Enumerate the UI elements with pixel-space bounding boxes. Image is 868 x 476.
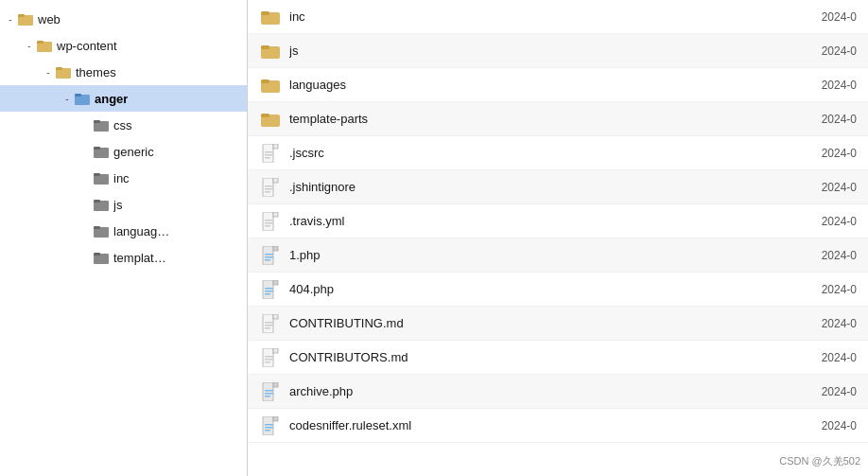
svg-rect-9 [94,120,100,123]
tree-item-inc[interactable]: inc [0,165,247,191]
folder-icon-js [93,196,110,213]
svg-rect-58 [263,314,273,333]
tree-label-anger: anger [95,92,128,106]
svg-rect-42 [273,212,278,217]
tree-label-template-parts: templat… [113,251,166,265]
file-name: js [289,44,810,58]
file-row[interactable]: codesniffer.ruleset.xml2024-0 [248,409,868,443]
svg-rect-19 [94,253,100,256]
tree-toggle-themes[interactable]: - [42,65,55,79]
svg-rect-78 [273,416,278,421]
tree-item-themes[interactable]: - themes [0,59,247,85]
file-name: 404.php [289,282,810,296]
file-icon [259,176,282,199]
folder-icon-anger [74,90,91,107]
php-file-icon [259,244,282,267]
file-icon [259,312,282,335]
folder-icon-web [17,10,34,27]
svg-rect-31 [265,151,273,153]
svg-rect-66 [273,348,278,353]
file-date: 2024-0 [822,147,857,160]
file-row[interactable]: archive.php2024-0 [248,375,868,409]
file-row[interactable]: js2024-0 [248,34,868,68]
svg-rect-60 [273,314,278,319]
svg-rect-49 [265,254,273,256]
file-icon [259,210,282,233]
svg-rect-79 [265,424,273,426]
file-row[interactable]: template-parts2024-0 [248,102,868,136]
svg-rect-76 [263,416,273,435]
svg-rect-28 [263,144,273,163]
file-row[interactable]: .jscsrc2024-0 [248,136,868,170]
file-row[interactable]: 404.php2024-0 [248,273,868,307]
svg-rect-74 [265,393,273,395]
svg-rect-57 [265,293,270,295]
file-name: .travis.yml [289,214,810,228]
tree-toggle-anger[interactable]: - [61,92,74,105]
tree-item-web[interactable]: - web [0,6,247,32]
svg-rect-7 [75,94,81,97]
svg-rect-63 [265,327,270,329]
file-row[interactable]: CONTRIBUTING.md2024-0 [248,307,868,341]
tree-label-generic: generic [113,145,154,159]
svg-rect-75 [265,396,270,397]
file-name: .jscsrc [289,146,810,160]
tree-toggle-web[interactable]: - [4,12,17,26]
folder-icon-css [93,116,110,133]
tree-item-languages[interactable]: languag… [0,218,247,244]
tree-label-js: js [113,198,122,212]
svg-rect-5 [56,67,62,70]
svg-rect-45 [265,225,270,227]
svg-rect-15 [94,200,100,203]
file-name: archive.php [289,384,810,398]
folder-icon [259,40,282,62]
folder-icon-template-parts [93,249,110,266]
file-icon [259,142,282,165]
file-name: languages [289,78,810,92]
php-file-icon [259,414,282,437]
svg-rect-48 [273,246,278,251]
file-name: CONTRIBUTORS.md [289,350,810,364]
file-row[interactable]: .travis.yml2024-0 [248,204,868,238]
tree-panel[interactable]: - web - wp-content - themes [0,0,248,476]
file-date: 2024-0 [822,317,857,330]
svg-rect-54 [273,280,278,285]
file-panel: inc2024-0 js2024-0 languages2024-0 templ… [248,0,868,476]
tree-toggle-template-parts [79,251,93,264]
file-row[interactable]: inc2024-0 [248,0,868,34]
svg-rect-21 [261,11,269,15]
tree-item-anger[interactable]: - anger [0,85,247,112]
tree-item-generic[interactable]: generic [0,138,247,165]
svg-rect-38 [265,188,273,190]
tree-item-css[interactable]: css [0,112,247,138]
svg-rect-70 [263,382,273,401]
file-date: 2024-0 [822,249,857,262]
svg-rect-61 [265,322,273,324]
tree-label-inc: inc [113,171,130,185]
svg-rect-37 [265,185,273,187]
tree-toggle-wp-content[interactable]: - [23,39,36,52]
file-row[interactable]: 1.php2024-0 [248,238,868,273]
folder-icon [259,74,282,97]
file-row[interactable]: languages2024-0 [248,68,868,102]
file-row[interactable]: .jshintignore2024-0 [248,170,868,204]
folder-icon-languages [93,222,110,239]
file-name: template-parts [289,112,810,126]
svg-rect-62 [265,325,273,326]
folder-icon-wp-content [36,37,53,54]
svg-rect-64 [263,348,273,367]
svg-rect-23 [261,45,269,49]
svg-rect-51 [265,259,270,261]
folder-icon [259,6,282,28]
svg-rect-44 [265,222,273,224]
svg-rect-43 [265,220,273,221]
tree-item-js[interactable]: js [0,191,247,218]
tree-item-wp-content[interactable]: - wp-content [0,32,247,59]
tree-item-template-parts[interactable]: templat… [0,244,247,271]
file-name: inc [289,9,810,24]
file-row[interactable]: CONTRIBUTORS.md2024-0 [248,341,868,375]
file-name: codesniffer.ruleset.xml [289,418,810,432]
tree-label-wp-content: wp-content [57,39,117,53]
svg-rect-50 [265,256,273,258]
svg-rect-73 [265,390,273,392]
